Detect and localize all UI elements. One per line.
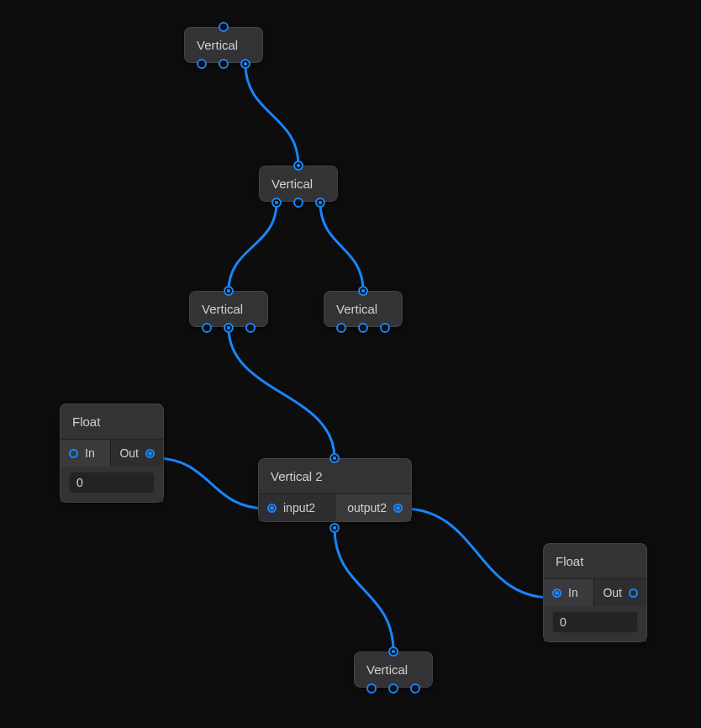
node-title: Vertical <box>260 166 337 201</box>
node-vertical-2[interactable]: Vertical 2 input2 output2 <box>258 458 412 522</box>
port-c-top-0[interactable] <box>224 286 234 296</box>
port-c-bottom-1[interactable] <box>224 323 234 333</box>
port-a-bottom-0[interactable] <box>197 59 207 69</box>
float-in-cell[interactable]: In <box>61 440 110 467</box>
node-vertical-a[interactable]: Vertical <box>184 27 263 63</box>
port-c-bottom-0[interactable] <box>202 323 212 333</box>
edge <box>403 509 551 598</box>
port-icon <box>552 588 561 598</box>
port-icon <box>267 504 277 513</box>
port-label: In <box>568 586 578 599</box>
port-v2-top[interactable] <box>329 453 340 463</box>
port-b-bottom-1[interactable] <box>293 198 303 208</box>
port-b-top-0[interactable] <box>293 161 303 171</box>
float-in-cell[interactable]: In <box>544 579 593 606</box>
node-vertical-b[interactable]: Vertical <box>259 166 338 202</box>
port-label: Out <box>603 586 622 599</box>
port-label: In <box>85 446 95 460</box>
node-title: Vertical <box>185 28 262 62</box>
port-a-top-0[interactable] <box>219 22 229 32</box>
v2-input-cell[interactable]: input2 <box>259 494 335 521</box>
port-label: Out <box>119 446 139 460</box>
node-vertical-e[interactable]: Vertical <box>354 652 433 688</box>
port-icon <box>69 449 78 458</box>
node-title: Vertical <box>355 652 432 687</box>
node-float-left[interactable]: Float In Out <box>60 404 164 503</box>
port-c-bottom-2[interactable] <box>245 323 256 333</box>
port-b-bottom-0[interactable] <box>271 198 282 208</box>
node-vertical-d[interactable]: Vertical <box>324 291 403 327</box>
node-title: Vertical <box>324 292 402 326</box>
port-a-bottom-1[interactable] <box>219 59 229 69</box>
edge <box>320 203 363 291</box>
float-out-cell[interactable]: Out <box>593 579 646 606</box>
node-title: Vertical <box>190 292 267 326</box>
node-title: Float <box>544 544 646 578</box>
port-d-bottom-1[interactable] <box>358 323 368 333</box>
port-label: output2 <box>347 501 387 514</box>
port-a-bottom-2[interactable] <box>240 59 250 69</box>
edge <box>229 328 335 458</box>
float-value-input[interactable] <box>69 472 155 493</box>
edge <box>335 528 393 652</box>
node-float-right[interactable]: Float In Out <box>543 543 647 642</box>
port-icon <box>145 449 155 458</box>
port-v2-bottom[interactable] <box>329 523 340 533</box>
edge <box>155 458 266 509</box>
float-value-input[interactable] <box>552 611 638 633</box>
edge <box>229 203 277 291</box>
port-icon <box>629 588 638 598</box>
edge <box>245 64 298 166</box>
port-e-bottom-1[interactable] <box>388 683 398 694</box>
node-graph-canvas[interactable]: Vertical Vertical Vertical Vertical Vert… <box>0 0 701 728</box>
port-e-top-0[interactable] <box>388 646 398 657</box>
port-e-bottom-2[interactable] <box>410 683 420 694</box>
port-e-bottom-0[interactable] <box>366 683 377 694</box>
node-title: Vertical 2 <box>259 459 411 493</box>
port-d-top-0[interactable] <box>358 286 368 296</box>
port-icon <box>393 504 403 513</box>
port-d-bottom-2[interactable] <box>380 323 390 333</box>
node-vertical-c[interactable]: Vertical <box>189 291 268 327</box>
float-out-cell[interactable]: Out <box>110 440 163 467</box>
node-title: Float <box>61 404 163 439</box>
v2-output-cell[interactable]: output2 <box>335 494 411 521</box>
port-d-bottom-0[interactable] <box>336 323 346 333</box>
port-b-bottom-2[interactable] <box>315 198 325 208</box>
port-label: input2 <box>283 501 315 514</box>
